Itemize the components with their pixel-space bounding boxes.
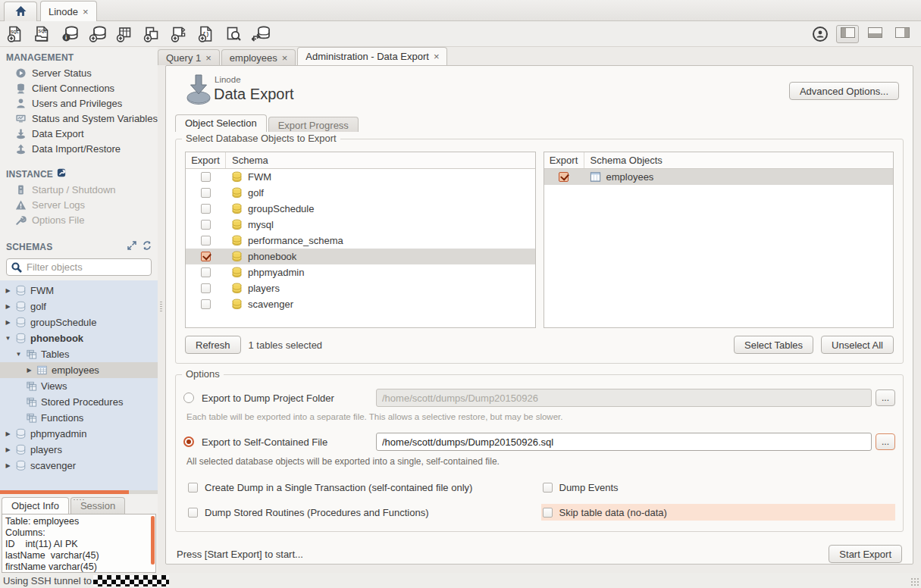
info-scrollbar[interactable]	[151, 516, 155, 565]
collapsed-arrow-icon[interactable]: ▶	[5, 430, 11, 437]
new-db-icon[interactable]	[86, 23, 107, 44]
option-dump-stored-routines-procedures-and-functions[interactable]: Dump Stored Routines (Procedures and Fun…	[186, 504, 541, 521]
option-dump-events[interactable]: Dump Events	[541, 479, 896, 496]
open-sql-file-icon[interactable]: SQL	[32, 23, 52, 44]
collapsed-arrow-icon[interactable]: ▶	[5, 303, 11, 310]
new-function-icon[interactable]: {)	[196, 23, 216, 44]
sidebar-item-startup-shutdown[interactable]: Startup / Shutdown	[0, 182, 158, 197]
export-checkbox[interactable]	[201, 236, 211, 246]
tree-item-phonebook[interactable]: ▼ phonebook	[0, 330, 158, 346]
table-row-fwm[interactable]: FWM	[186, 169, 535, 185]
table-row-groupschedule[interactable]: groupSchedule	[186, 201, 535, 217]
schema-filter-input[interactable]	[6, 258, 152, 276]
home-tab[interactable]	[4, 2, 37, 21]
table-row-performance-schema[interactable]: performance_schema	[186, 233, 535, 249]
table-row-golf[interactable]: golf	[186, 185, 535, 201]
self-contained-file-radio[interactable]	[183, 436, 194, 447]
sidebar-item-users-and-privileges[interactable]: Users and Privileges	[0, 95, 158, 111]
expanded-arrow-icon[interactable]: ▼	[15, 351, 22, 358]
tree-item-scavenger[interactable]: ▶ scavenger	[0, 458, 158, 474]
checkbox[interactable]	[543, 508, 553, 518]
browse-file-button[interactable]: ...	[876, 433, 895, 450]
table-row-phonebook[interactable]: phonebook	[186, 249, 535, 264]
checkbox[interactable]	[188, 483, 198, 493]
enterprise-icon[interactable]	[810, 23, 830, 44]
table-row-employees[interactable]: employees	[544, 169, 894, 185]
option-skip-table-data-no-data[interactable]: Skip table data (no-data)	[541, 504, 896, 521]
sidebar-item-server-logs[interactable]: Server Logs	[0, 197, 158, 212]
toggle-sidebar-panel[interactable]	[836, 25, 859, 43]
refresh-icon[interactable]	[143, 241, 152, 252]
export-checkbox[interactable]	[201, 252, 211, 261]
collapsed-arrow-icon[interactable]: ▶	[5, 446, 11, 453]
editor-tab-query-1[interactable]: Query 1×	[158, 49, 220, 65]
collapsed-arrow-icon[interactable]: ▶	[5, 287, 11, 294]
dump-project-folder-radio[interactable]	[183, 393, 194, 403]
db-info-icon[interactable]: i	[59, 23, 80, 44]
refresh-button[interactable]: Refresh	[185, 336, 241, 354]
table-row-mysql[interactable]: mysql	[186, 217, 535, 233]
sidebar-item-options-file[interactable]: Options File	[0, 212, 158, 227]
expanded-arrow-icon[interactable]: ▼	[5, 335, 11, 342]
editor-tab-administration-data-export[interactable]: Administration - Data Export×	[297, 47, 447, 65]
tree-item-groupschedule[interactable]: ▶ groupSchedule	[0, 314, 158, 330]
start-export-button[interactable]: Start Export	[829, 545, 902, 563]
browse-folder-button[interactable]: ...	[876, 389, 895, 406]
vertical-splitter[interactable]	[158, 47, 165, 573]
tree-item-functions[interactable]: Functions	[0, 410, 158, 426]
close-icon[interactable]: ×	[83, 6, 89, 17]
info-tab-object-info[interactable]: Object Info	[2, 497, 69, 514]
expand-panel-icon[interactable]	[127, 241, 136, 252]
sidebar-item-data-export[interactable]: Data Export	[0, 126, 158, 141]
new-view-icon[interactable]	[141, 23, 161, 44]
sidebar-item-data-import-restore[interactable]: Data Import/Restore	[0, 141, 158, 156]
export-checkbox[interactable]	[201, 283, 211, 293]
close-icon[interactable]: ×	[282, 52, 288, 64]
select-tables-button[interactable]: Select Tables	[734, 336, 813, 354]
checkbox[interactable]	[188, 508, 198, 518]
advanced-options-button[interactable]: Advanced Options...	[789, 82, 899, 100]
option-create-dump-in-a-single-transaction-self-contained-file-only[interactable]: Create Dump in a Single Transaction (sel…	[186, 479, 541, 496]
tree-item-golf[interactable]: ▶ golf	[0, 299, 158, 314]
tree-item-employees[interactable]: ▶ employees	[0, 362, 158, 378]
tree-item-phpmyadmin[interactable]: ▶ phpmyadmin	[0, 426, 158, 442]
tree-item-tables[interactable]: ▼ Tables	[0, 346, 158, 362]
unselect-all-button[interactable]: Unselect All	[821, 336, 894, 354]
sidebar-item-status-and-system-variables[interactable]: Status and System Variables	[0, 111, 158, 126]
subtab-object-selection[interactable]: Object Selection	[175, 114, 267, 132]
tree-item-players[interactable]: ▶ players	[0, 442, 158, 458]
new-routine-icon[interactable]	[168, 23, 189, 44]
close-icon[interactable]: ×	[434, 51, 440, 62]
export-checkbox[interactable]	[201, 188, 211, 198]
table-row-players[interactable]: players	[186, 280, 535, 296]
reconnect-icon[interactable]	[250, 23, 271, 44]
close-icon[interactable]: ×	[205, 52, 211, 64]
resize-grip[interactable]	[910, 577, 920, 587]
new-sql-file-icon[interactable]: SQL	[5, 23, 25, 44]
collapsed-arrow-icon[interactable]: ▶	[26, 367, 33, 374]
sidebar-item-server-status[interactable]: Server Status	[0, 65, 158, 80]
tree-item-views[interactable]: Views	[0, 378, 158, 394]
new-table-icon[interactable]	[114, 23, 134, 44]
toggle-output-panel[interactable]	[863, 25, 886, 43]
sidebar-item-client-connections[interactable]: Client Connections	[0, 80, 158, 95]
export-checkbox[interactable]	[559, 172, 569, 182]
collapsed-arrow-icon[interactable]: ▶	[5, 319, 11, 326]
editor-tab-employees[interactable]: employees×	[221, 49, 296, 65]
subtab-export-progress[interactable]: Export Progress	[268, 117, 359, 132]
dump-folder-path-input[interactable]	[376, 389, 872, 407]
export-checkbox[interactable]	[201, 220, 211, 230]
toggle-secondary-sidebar-panel[interactable]	[891, 25, 913, 43]
export-checkbox[interactable]	[201, 267, 211, 277]
connection-tab[interactable]: Linode ×	[40, 1, 97, 21]
tree-item-stored-procedures[interactable]: Stored Procedures	[0, 394, 158, 410]
table-row-phpmyadmin[interactable]: phpmyadmin	[186, 264, 535, 280]
self-contained-path-input[interactable]	[376, 433, 872, 451]
table-row-scavenger[interactable]: scavenger	[186, 296, 535, 312]
tree-item-fwm[interactable]: ▶ FWM	[0, 283, 158, 299]
checkbox[interactable]	[543, 483, 553, 493]
export-checkbox[interactable]	[201, 299, 211, 309]
export-checkbox[interactable]	[201, 204, 211, 214]
inspect-icon[interactable]	[223, 23, 243, 44]
collapsed-arrow-icon[interactable]: ▶	[5, 462, 11, 469]
